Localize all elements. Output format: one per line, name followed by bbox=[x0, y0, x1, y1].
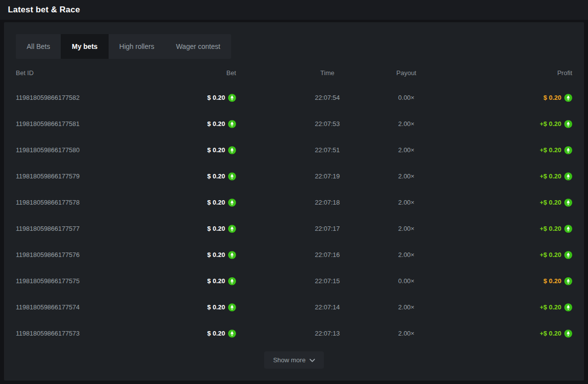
profit-cell: +$ 0.20 bbox=[446, 120, 572, 128]
payout-cell: 2.00× bbox=[367, 251, 446, 258]
tab-high-rollers[interactable]: High rollers bbox=[109, 34, 165, 59]
profit-cell: +$ 0.20 bbox=[446, 251, 572, 259]
payout-cell: 2.00× bbox=[367, 120, 446, 128]
bet-cell: $ 0.20 bbox=[139, 225, 236, 233]
profit-amount: +$ 0.20 bbox=[540, 225, 561, 232]
bet-amount: $ 0.20 bbox=[207, 303, 225, 311]
profit-amount: $ 0.20 bbox=[544, 94, 561, 101]
profit-cell: +$ 0.20 bbox=[446, 330, 572, 338]
time-cell: 22:07:19 bbox=[288, 172, 367, 180]
green-coin-icon bbox=[228, 146, 236, 154]
bet-id-cell: 119818059866177575 bbox=[16, 277, 139, 285]
bet-cell: $ 0.20 bbox=[139, 199, 236, 207]
tab-wager-contest[interactable]: Wager contest bbox=[165, 34, 231, 59]
table-row: 119818059866177578 $ 0.20 22:07:18 2.00×… bbox=[4, 189, 584, 215]
table-row: 119818059866177579 $ 0.20 22:07:19 2.00×… bbox=[4, 163, 584, 189]
table-row: 119818059866177575 $ 0.20 22:07:15 0.00×… bbox=[4, 268, 584, 294]
time-cell: 22:07:15 bbox=[288, 277, 367, 285]
profit-amount: $ 0.20 bbox=[544, 277, 561, 285]
time-cell: 22:07:51 bbox=[288, 146, 367, 154]
bet-id-cell: 119818059866177577 bbox=[16, 225, 139, 232]
profit-amount: +$ 0.20 bbox=[540, 172, 561, 180]
green-coin-icon bbox=[564, 94, 572, 102]
bet-amount: $ 0.20 bbox=[207, 146, 225, 154]
profit-amount: +$ 0.20 bbox=[540, 120, 561, 128]
green-coin-icon bbox=[228, 94, 236, 102]
profit-amount: +$ 0.20 bbox=[540, 199, 561, 206]
time-cell: 22:07:53 bbox=[288, 120, 367, 128]
payout-cell: 2.00× bbox=[367, 146, 446, 154]
bet-cell: $ 0.20 bbox=[139, 277, 236, 285]
bet-id-cell: 119818059866177582 bbox=[16, 94, 139, 101]
profit-cell: +$ 0.20 bbox=[446, 146, 572, 154]
bet-amount: $ 0.20 bbox=[207, 251, 225, 258]
table-row: 119818059866177580 $ 0.20 22:07:51 2.00×… bbox=[4, 137, 584, 163]
time-cell: 22:07:16 bbox=[288, 251, 367, 258]
bets-tab-bar: All Bets My bets High rollers Wager cont… bbox=[16, 34, 231, 59]
payout-cell: 2.00× bbox=[367, 303, 446, 311]
payout-cell: 2.00× bbox=[367, 225, 446, 232]
profit-cell: +$ 0.20 bbox=[446, 303, 572, 311]
table-row: 119818059866177581 $ 0.20 22:07:53 2.00×… bbox=[4, 111, 584, 137]
green-coin-icon bbox=[564, 303, 572, 311]
table-row: 119818059866177582 $ 0.20 22:07:54 0.00×… bbox=[4, 85, 584, 111]
green-coin-icon bbox=[228, 303, 236, 311]
time-cell: 22:07:17 bbox=[288, 225, 367, 232]
green-coin-icon bbox=[564, 225, 572, 233]
page-title: Latest bet & Race bbox=[8, 5, 80, 15]
bet-id-cell: 119818059866177574 bbox=[16, 303, 139, 311]
show-more-label: Show more bbox=[273, 356, 306, 364]
bet-cell: $ 0.20 bbox=[139, 303, 236, 311]
green-coin-icon bbox=[564, 199, 572, 207]
green-coin-icon bbox=[564, 330, 572, 338]
payout-cell: 2.00× bbox=[367, 172, 446, 180]
bet-cell: $ 0.20 bbox=[139, 94, 236, 102]
column-header-payout: Payout bbox=[367, 69, 446, 77]
bet-cell: $ 0.20 bbox=[139, 330, 236, 338]
table-body: 119818059866177582 $ 0.20 22:07:54 0.00×… bbox=[4, 85, 584, 346]
payout-cell: 2.00× bbox=[367, 199, 446, 206]
profit-amount: +$ 0.20 bbox=[540, 251, 561, 258]
green-coin-icon bbox=[228, 330, 236, 338]
profit-cell: +$ 0.20 bbox=[446, 199, 572, 207]
profit-cell: $ 0.20 bbox=[446, 94, 572, 102]
bet-cell: $ 0.20 bbox=[139, 146, 236, 154]
payout-cell: 0.00× bbox=[367, 277, 446, 285]
table-row: 119818059866177573 $ 0.20 22:07:13 2.00×… bbox=[4, 320, 584, 346]
green-coin-icon bbox=[228, 277, 236, 285]
profit-cell: +$ 0.20 bbox=[446, 225, 572, 233]
bet-id-cell: 119818059866177573 bbox=[16, 330, 139, 337]
bet-id-cell: 119818059866177581 bbox=[16, 120, 139, 128]
column-header-profit: Profit bbox=[446, 69, 572, 77]
time-cell: 22:07:14 bbox=[288, 303, 367, 311]
column-header-time: Time bbox=[288, 69, 367, 77]
time-cell: 22:07:13 bbox=[288, 330, 367, 337]
green-coin-icon bbox=[228, 120, 236, 128]
table-row: 119818059866177574 $ 0.20 22:07:14 2.00×… bbox=[4, 294, 584, 320]
green-coin-icon bbox=[228, 225, 236, 233]
green-coin-icon bbox=[564, 251, 572, 259]
bet-amount: $ 0.20 bbox=[207, 277, 225, 285]
bet-amount: $ 0.20 bbox=[207, 172, 225, 180]
bet-amount: $ 0.20 bbox=[207, 225, 225, 232]
column-header-bet-id: Bet ID bbox=[16, 69, 139, 77]
green-coin-icon bbox=[228, 172, 236, 180]
profit-amount: +$ 0.20 bbox=[540, 146, 561, 154]
show-more-button[interactable]: Show more bbox=[264, 351, 324, 369]
profit-amount: +$ 0.20 bbox=[540, 303, 561, 311]
column-header-bet: Bet bbox=[139, 69, 236, 77]
green-coin-icon bbox=[228, 251, 236, 259]
green-coin-icon bbox=[564, 146, 572, 154]
tab-my-bets[interactable]: My bets bbox=[61, 34, 108, 59]
table-header-row: Bet ID Bet Time Payout Profit bbox=[4, 61, 584, 85]
bet-amount: $ 0.20 bbox=[207, 94, 225, 101]
profit-amount: +$ 0.20 bbox=[540, 330, 561, 337]
time-cell: 22:07:54 bbox=[288, 94, 367, 101]
bet-id-cell: 119818059866177580 bbox=[16, 146, 139, 154]
tab-all-bets[interactable]: All Bets bbox=[16, 34, 61, 59]
chevron-down-icon bbox=[310, 356, 315, 364]
bets-table: Bet ID Bet Time Payout Profit 1198180598… bbox=[4, 61, 584, 346]
green-coin-icon bbox=[228, 199, 236, 207]
table-row: 119818059866177577 $ 0.20 22:07:17 2.00×… bbox=[4, 215, 584, 242]
profit-cell: +$ 0.20 bbox=[446, 172, 572, 180]
